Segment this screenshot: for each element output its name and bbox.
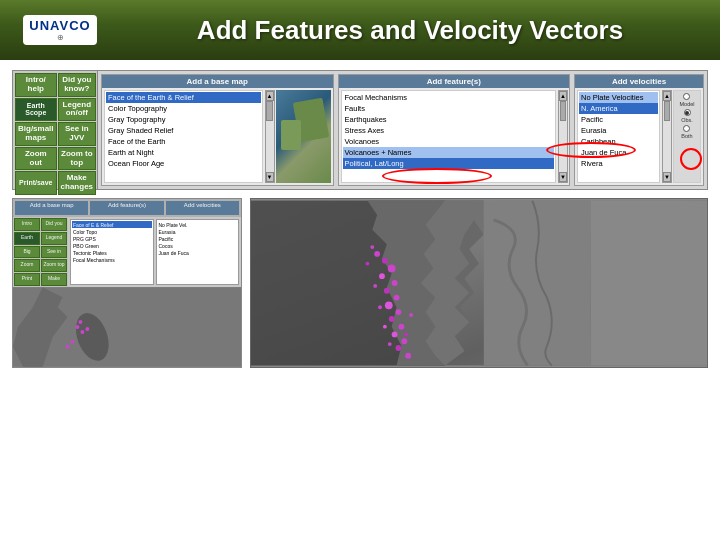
basemap-item-3[interactable]: Gray Shaded Relief	[106, 125, 261, 136]
app-header: UNAVCO ⊕ Add Features and Velocity Vecto…	[0, 0, 720, 60]
main-content: Intro/help Did youknow? EarthScope Legen…	[0, 60, 720, 378]
basemap-item-2[interactable]: Gray Topography	[106, 114, 261, 125]
basemap-item-4[interactable]: Face of the Earth	[106, 136, 261, 147]
vel-scroll-track	[663, 101, 671, 172]
svg-point-11	[382, 258, 388, 264]
feature-item-6[interactable]: Political, Lat/Long	[343, 158, 555, 169]
features-list[interactable]: Focal Mechanisms Faults Earthquakes Stre…	[341, 90, 557, 183]
feature-item-2[interactable]: Earthquakes	[343, 114, 555, 125]
velocity-item-1[interactable]: N. America	[579, 103, 658, 114]
vel-scroll-up[interactable]: ▲	[663, 91, 671, 101]
basemap-list[interactable]: Face of the Earth & Relief Color Topogra…	[104, 90, 263, 183]
obs-radio[interactable]	[684, 109, 691, 116]
feature-item-4[interactable]: Volcanoes	[343, 136, 555, 147]
svg-point-28	[378, 305, 382, 309]
features-scrollbar[interactable]: ▲ ▼	[558, 90, 568, 183]
mini-features-header: Add feature(s)	[90, 201, 163, 215]
feature-item-0[interactable]: Focal Mechanisms	[343, 92, 555, 103]
mini-btn-2: Did you	[41, 218, 67, 231]
basemap-panel-body: Face of the Earth & Relief Color Topogra…	[102, 88, 333, 185]
feature-item-3[interactable]: Stress Axes	[343, 125, 555, 136]
both-radio[interactable]	[683, 125, 690, 132]
vel-scroll-thumb[interactable]	[664, 101, 670, 121]
basemap-item-5[interactable]: Earth at Night	[106, 147, 261, 158]
feature-item-1[interactable]: Faults	[343, 103, 555, 114]
mini-btn-9: Print	[14, 273, 40, 286]
see-jvv-button[interactable]: See inJVV	[58, 122, 96, 146]
velocity-item-6[interactable]: Rivera	[579, 158, 658, 169]
svg-point-21	[392, 332, 398, 338]
svg-point-13	[379, 273, 385, 279]
features-scroll-down[interactable]: ▼	[559, 172, 567, 182]
mini-body: Intro Did you Earth Legend Big See in Zo…	[13, 217, 241, 287]
scroll-thumb[interactable]	[266, 101, 272, 121]
svg-point-27	[373, 284, 377, 288]
velocity-item-3[interactable]: Eurasia	[579, 125, 658, 136]
model-label: Model	[680, 101, 695, 107]
svg-point-6	[70, 340, 74, 344]
did-you-know-button[interactable]: Did youknow?	[58, 73, 96, 97]
obs-label: Obs.	[681, 117, 693, 123]
velocities-list[interactable]: No Plate Velocities N. America Pacific E…	[577, 90, 660, 183]
mini-vel-header: Add velocities	[166, 201, 239, 215]
model-radio-group: Model	[680, 93, 695, 107]
mini-panels: Face of E & Relief Color Topo PRG GPS PB…	[68, 217, 241, 287]
make-changes-button[interactable]: Make changes	[58, 171, 96, 195]
both-label: Both	[681, 133, 692, 139]
zoom-out-button[interactable]: Zoom out	[15, 147, 57, 171]
legend-button[interactable]: Legendon/off	[58, 98, 96, 122]
feature-item-5[interactable]: Volcanoes + Names	[343, 147, 555, 158]
svg-point-10	[374, 251, 380, 257]
velocities-panel: Add velocities No Plate Velocities N. Am…	[574, 74, 704, 186]
svg-point-7	[66, 345, 70, 349]
big-small-button[interactable]: Big/smallmaps	[15, 122, 57, 146]
svg-point-25	[370, 245, 374, 249]
radio-panel: Model Obs. Both	[673, 90, 701, 183]
mini-basemap-0: Face of E & Relief	[72, 221, 152, 228]
scroll-down-arrow[interactable]: ▼	[266, 172, 274, 182]
logo-box: UNAVCO ⊕	[23, 15, 96, 45]
basemap-panel-header: Add a base map	[102, 75, 333, 88]
mini-btn-4: Legend	[41, 232, 67, 245]
mini-btn-3: Earth	[14, 232, 40, 245]
left-sidebar: Intro/help Did youknow? EarthScope Legen…	[13, 71, 98, 189]
mini-btn-6: See in	[41, 246, 67, 259]
velocity-item-4[interactable]: Caribbean	[579, 136, 658, 147]
obs-radio-group: Obs.	[681, 109, 693, 123]
mini-basemap-3: PBO Green	[72, 242, 152, 249]
mini-left-sidebar: Intro Did you Earth Legend Big See in Zo…	[13, 217, 68, 287]
intro-help-button[interactable]: Intro/help	[15, 73, 57, 97]
basemap-item-0[interactable]: Face of the Earth & Relief	[106, 92, 261, 103]
features-scroll-up[interactable]: ▲	[559, 91, 567, 101]
mini-feat-4: Juan de Fuca	[158, 249, 238, 256]
svg-point-26	[365, 262, 369, 266]
velocity-item-0[interactable]: No Plate Velocities	[579, 92, 658, 103]
print-save-button[interactable]: Print/save	[15, 171, 57, 195]
basemap-scrollbar[interactable]: ▲ ▼	[265, 90, 275, 183]
svg-point-2	[75, 325, 79, 329]
ui-panel: Intro/help Did youknow? EarthScope Legen…	[12, 70, 708, 190]
mini-basemap-header: Add a base map	[15, 201, 88, 215]
velocity-item-2[interactable]: Pacific	[579, 114, 658, 125]
model-radio[interactable]	[683, 93, 690, 100]
svg-point-17	[385, 301, 393, 309]
velocities-panel-body: No Plate Velocities N. America Pacific E…	[575, 88, 703, 185]
velocities-scrollbar[interactable]: ▲ ▼	[662, 90, 672, 183]
vel-scroll-down[interactable]: ▼	[663, 172, 671, 182]
basemap-item-6[interactable]: Ocean Floor Age	[106, 158, 261, 169]
svg-point-14	[392, 280, 398, 286]
basemap-item-1[interactable]: Color Topography	[106, 103, 261, 114]
mini-feat-3: Cocos	[158, 242, 238, 249]
map-container: Add a base map Add feature(s) Add veloci…	[12, 198, 708, 368]
mini-btn-5: Big	[14, 246, 40, 259]
mini-basemap-2: PRG GPS	[72, 235, 152, 242]
velocity-item-5[interactable]: Juan de Fuca	[579, 147, 658, 158]
features-scroll-thumb[interactable]	[560, 101, 566, 121]
mini-header-row: Add a base map Add feature(s) Add veloci…	[13, 199, 241, 217]
mini-map-svg	[13, 287, 241, 367]
zoom-top-button[interactable]: Zoom to top	[58, 147, 96, 171]
earth-scope-button[interactable]: EarthScope	[15, 98, 57, 122]
thumbnail-map-image	[276, 90, 331, 183]
scroll-up-arrow[interactable]: ▲	[266, 91, 274, 101]
basemap-thumbnail	[276, 90, 331, 183]
